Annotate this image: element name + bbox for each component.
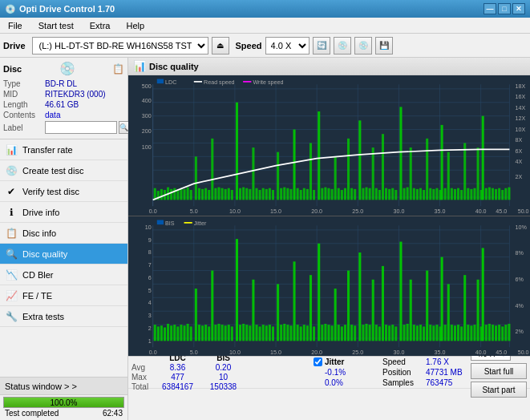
nav-extra-tests-label: Extra tests <box>22 312 64 321</box>
svg-text:0.0: 0.0 <box>149 208 157 215</box>
speed-select[interactable]: 4.0 X <box>265 37 310 55</box>
avg-label: Avg <box>131 363 154 372</box>
svg-text:25.0: 25.0 <box>352 348 363 355</box>
svg-rect-236 <box>347 270 350 341</box>
stats-total-row: Total 6384167 150338 <box>131 382 309 391</box>
avg-ldc: 8.36 <box>156 363 200 372</box>
svg-rect-70 <box>321 188 323 200</box>
jitter-section: Jitter -0.1% 0.0% <box>314 357 378 387</box>
status-window-button[interactable]: Status window > > <box>0 378 127 395</box>
svg-rect-56 <box>272 190 274 200</box>
svg-rect-266 <box>447 284 450 341</box>
svg-text:35.0: 35.0 <box>435 348 446 355</box>
nav-create-test-disc[interactable]: 💿 Create test disc <box>0 160 127 181</box>
svg-rect-41 <box>221 188 224 200</box>
svg-rect-98 <box>416 189 419 200</box>
drive-info-icon: ℹ <box>5 206 18 219</box>
drive-label: Drive <box>3 41 26 50</box>
svg-rect-205 <box>242 323 245 340</box>
nav-extra-tests[interactable]: 🔧 Extra tests <box>0 306 127 327</box>
svg-rect-183 <box>167 323 169 340</box>
svg-text:1: 1 <box>148 337 152 344</box>
svg-rect-212 <box>265 325 268 341</box>
eject-button[interactable]: ⏏ <box>212 37 229 55</box>
svg-rect-210 <box>259 326 261 341</box>
nav-cd-bler[interactable]: 📉 CD Bler <box>0 265 127 285</box>
svg-rect-110 <box>454 189 456 200</box>
app-icon: 💿 <box>5 4 16 14</box>
start-part-button[interactable]: Start part <box>471 382 527 398</box>
svg-rect-23 <box>160 189 163 200</box>
close-button[interactable]: ✕ <box>512 3 525 14</box>
svg-rect-244 <box>375 325 378 341</box>
svg-rect-92 <box>394 190 397 200</box>
total-label: Total <box>131 382 154 391</box>
svg-rect-106 <box>441 125 443 200</box>
svg-text:Write speed: Write speed <box>253 79 283 86</box>
svg-rect-43 <box>228 188 230 200</box>
svg-rect-63 <box>297 188 299 200</box>
svg-text:30.0: 30.0 <box>393 208 404 215</box>
svg-rect-179 <box>154 325 156 341</box>
nav-disc-info[interactable]: 📋 Disc info <box>0 223 127 244</box>
svg-rect-38 <box>211 139 213 200</box>
disc-button2[interactable]: 💿 <box>354 37 372 55</box>
verify-test-disc-icon: ✔ <box>5 185 18 198</box>
nav-disc-quality[interactable]: 🔍 Disc quality <box>0 244 127 265</box>
disc-button1[interactable]: 💿 <box>334 37 351 55</box>
svg-rect-199 <box>221 325 224 341</box>
svg-rect-246 <box>382 265 384 340</box>
svg-text:4X: 4X <box>516 158 523 165</box>
svg-rect-272 <box>467 325 469 341</box>
svg-rect-234 <box>341 326 343 341</box>
svg-rect-187 <box>180 325 182 341</box>
svg-rect-269 <box>457 325 459 341</box>
nav-transfer-rate[interactable]: 📊 Transfer rate <box>0 139 127 160</box>
svg-rect-26 <box>170 189 172 200</box>
svg-rect-191 <box>195 289 197 341</box>
svg-text:6: 6 <box>148 273 152 281</box>
nav-fe-te[interactable]: 📈 FE / TE <box>0 285 127 306</box>
svg-rect-101 <box>426 139 428 200</box>
start-full-button[interactable]: Start full <box>471 363 527 379</box>
svg-rect-274 <box>473 325 475 341</box>
svg-text:8%: 8% <box>516 249 524 256</box>
svg-text:12X: 12X <box>516 115 526 122</box>
svg-rect-35 <box>201 189 204 200</box>
refresh-button[interactable]: 🔄 <box>313 37 330 55</box>
svg-rect-188 <box>184 325 186 341</box>
svg-rect-96 <box>410 147 412 200</box>
svg-rect-190 <box>190 326 192 341</box>
svg-rect-55 <box>269 188 271 200</box>
save-button[interactable]: 💾 <box>375 37 393 55</box>
svg-text:30.0: 30.0 <box>393 348 404 355</box>
svg-rect-207 <box>249 325 251 341</box>
svg-text:2: 2 <box>148 324 152 331</box>
menu-start-test[interactable]: Start test <box>34 19 79 32</box>
svg-rect-260 <box>429 325 431 341</box>
svg-rect-28 <box>176 190 179 200</box>
nav-drive-info[interactable]: ℹ Drive info <box>0 202 127 223</box>
jitter-checkbox[interactable] <box>314 357 322 366</box>
svg-rect-42 <box>225 189 227 200</box>
svg-rect-248 <box>388 325 390 341</box>
svg-rect-256 <box>416 325 419 341</box>
svg-rect-227 <box>318 243 320 341</box>
minimize-button[interactable]: — <box>483 3 496 14</box>
svg-rect-243 <box>372 279 374 341</box>
menu-file[interactable]: File <box>3 19 27 32</box>
svg-rect-279 <box>488 323 491 340</box>
svg-rect-80 <box>354 189 356 200</box>
nav-verify-test-disc[interactable]: ✔ Verify test disc <box>0 181 127 202</box>
svg-text:LDC: LDC <box>165 79 177 86</box>
menu-help[interactable]: Help <box>121 19 149 32</box>
drive-select[interactable]: (L:) HL-DT-ST BD-RE WH16NS58 TST4 <box>32 37 208 55</box>
maximize-button[interactable]: □ <box>498 3 511 14</box>
menu-extra[interactable]: Extra <box>85 19 115 32</box>
svg-rect-200 <box>225 325 227 341</box>
chart-title: Disc quality <box>149 62 199 71</box>
svg-rect-203 <box>236 239 238 341</box>
label-input[interactable] <box>45 121 117 134</box>
svg-text:20.0: 20.0 <box>311 348 322 355</box>
svg-rect-89 <box>385 188 387 200</box>
